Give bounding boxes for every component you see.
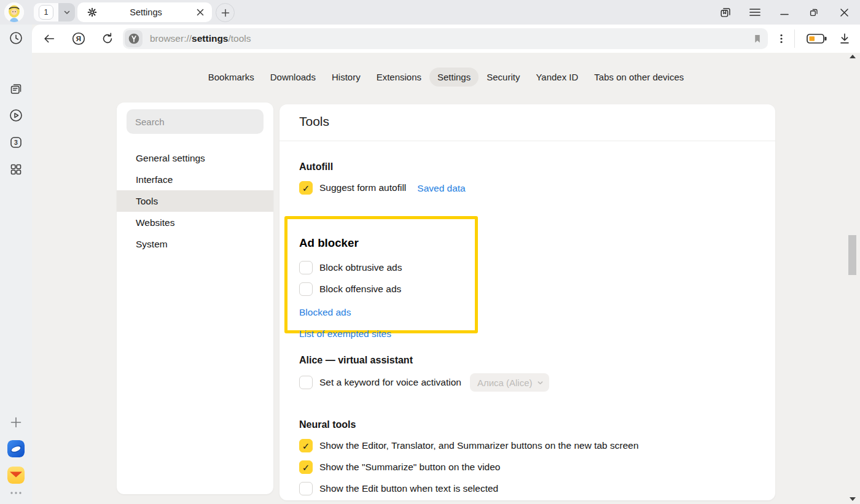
new-tab-button[interactable] [216,3,235,22]
restore-icon [808,7,819,18]
exempted-sites-link[interactable]: List of exempted sites [299,328,475,339]
mail-icon [7,467,25,484]
video-button[interactable] [9,108,23,123]
yandex-ya-icon: Я [71,31,86,46]
address-bar[interactable]: browser://settings/tools [123,28,768,49]
refresh-button[interactable] [100,31,115,46]
keyword-dropdown-value: Алиса (Alice) [477,378,533,388]
rail-more-button[interactable] [9,487,23,498]
neural-tools-heading: Neural tools [299,419,639,430]
block-offensive-checkbox[interactable] [299,282,313,296]
site-protect-chip[interactable] [125,30,143,47]
minimize-button[interactable] [775,4,794,21]
back-arrow-icon [42,32,56,45]
nav-tab-other-devices[interactable]: Tabs on other devices [586,68,692,87]
add-panel-button[interactable] [9,415,23,430]
alice-heading: Alice — virtual assistant [299,354,549,366]
tab-count: 1 [39,5,53,20]
ellipsis-icon [10,490,22,495]
neural-row-3[interactable]: Show the Edit button when text is select… [299,482,639,495]
more-actions-button[interactable] [773,31,789,46]
editor-buttons-checkbox[interactable] [299,439,313,452]
close-window-button[interactable] [835,4,853,21]
url-scheme: browser:// [150,33,192,44]
toolbar-divider [794,29,795,48]
tab-title: Settings [97,7,195,17]
neural-row-2[interactable]: Show the "Summarize" button on the video [299,460,639,474]
chevron-down-icon [537,379,544,386]
battery-saver-button[interactable] [805,31,829,46]
keyword-dropdown[interactable]: Алиса (Alice) [470,373,549,392]
feed-button[interactable] [9,82,23,96]
sidebar-item-websites[interactable]: Websites [117,212,273,233]
tab-list-dropdown[interactable] [58,3,75,21]
nav-tab-extensions[interactable]: Extensions [369,68,429,87]
bookmark-flag-icon[interactable] [752,33,763,44]
nav-tab-downloads[interactable]: Downloads [262,68,324,87]
side-panel-button[interactable] [716,4,735,21]
blocked-ads-link[interactable]: Blocked ads [299,307,475,317]
tab-group-counter[interactable]: 1 [34,3,75,21]
block-obtrusive-row[interactable]: Block obtrusive ads [299,261,475,274]
title-divider [280,141,775,141]
nav-tab-yandex-id[interactable]: Yandex ID [528,68,586,87]
panels-bookmark-icon [719,6,732,19]
plus-icon [10,416,22,428]
block-offensive-row[interactable]: Block offensive ads [299,282,475,296]
kebab-menu-icon [776,33,787,44]
tools-settings-card: Tools Autofill Suggest form autofill Sav… [280,104,775,500]
protect-shield-icon [128,33,140,45]
summarize-video-checkbox[interactable] [299,460,313,474]
downloads-button[interactable] [837,31,853,46]
sidebar-item-interface[interactable]: Interface [117,169,273,190]
tabs-panel-button[interactable]: 3 [9,135,23,150]
svg-text:Я: Я [76,35,81,42]
active-tab[interactable]: Settings [77,2,212,22]
restore-window-button[interactable] [805,4,823,21]
scrollbar-up-arrow[interactable] [850,55,856,58]
sidebar-item-tools[interactable]: Tools [117,190,273,212]
autofill-row[interactable]: Suggest form autofill Saved data [299,181,466,195]
hamburger-menu-icon [749,7,761,18]
nav-tab-security[interactable]: Security [479,68,528,87]
tab-count-badge: 1 [34,3,58,21]
checkbox-label: Suggest form autofill [319,182,406,193]
saved-data-link[interactable]: Saved data [417,183,465,193]
scrollbar-thumb[interactable] [848,235,856,275]
tab-close-button[interactable] [195,7,206,18]
gear-icon [87,7,97,17]
close-icon [197,9,204,16]
search-input[interactable] [127,109,264,134]
checkbox-label: Show the "Summarize" button on the video [319,462,500,473]
download-icon [838,32,851,45]
services-grid-button[interactable] [9,162,23,177]
yandex-home-button[interactable]: Я [71,31,87,46]
sidebar-item-general[interactable]: General settings [117,147,273,169]
nav-tab-history[interactable]: History [324,68,369,87]
back-button[interactable] [41,31,57,46]
voice-keyword-checkbox[interactable] [299,376,313,389]
autofill-section: Autofill Suggest form autofill Saved dat… [299,161,466,195]
settings-page: Bookmarks Downloads History Extensions S… [32,53,860,504]
yandex-browser-app-icon[interactable] [7,440,25,457]
neural-row-1[interactable]: Show the Editor, Translator, and Summari… [299,439,639,452]
suggest-autofill-checkbox[interactable] [299,181,313,195]
yandex-mail-app-icon[interactable] [7,467,25,484]
settings-nav: Bookmarks Downloads History Extensions S… [32,68,860,87]
block-obtrusive-checkbox[interactable] [299,261,313,274]
nav-tab-settings[interactable]: Settings [429,68,479,87]
alice-keyword-row[interactable]: Set a keyword for voice activation Алиса… [299,373,549,392]
plus-icon [221,9,230,17]
nav-tab-bookmarks[interactable]: Bookmarks [200,68,262,87]
clock-icon [9,31,23,45]
edit-button-checkbox[interactable] [299,482,313,495]
checkbox-label: Block obtrusive ads [319,262,402,273]
scrollbar-down-arrow[interactable] [850,497,856,501]
checkbox-label: Show the Editor, Translator, and Summari… [319,440,639,451]
profile-avatar[interactable] [4,2,24,22]
browser-menu-button[interactable] [746,4,764,21]
url-host: settings [192,33,228,44]
checkbox-label: Show the Edit button when text is select… [319,483,498,494]
sidebar-item-system[interactable]: System [117,233,273,255]
history-button[interactable] [9,31,23,45]
